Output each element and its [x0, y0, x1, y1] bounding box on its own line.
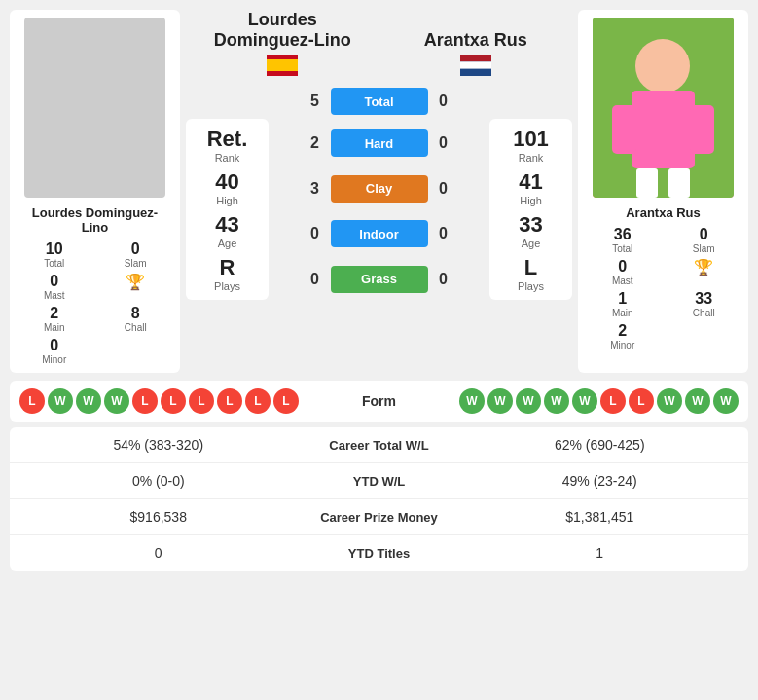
career-stat-right-1: 49% (23-24)	[467, 473, 734, 489]
right-player-name-center: Arantxa Rus	[424, 30, 527, 51]
panels-area: Ret. Rank 40 High 43 Age R Plays	[186, 119, 572, 300]
career-stat-left-3: 0	[25, 545, 292, 561]
spain-flag-icon	[267, 55, 298, 76]
right-high-stat: 41 High	[497, 169, 564, 206]
form-section: LWWWLLLLLL Form WWWWWLLWWW	[10, 381, 748, 422]
form-badge-left: L	[189, 388, 214, 414]
surface-grass-badge: Grass	[331, 266, 428, 293]
right-stat-total: 36 Total	[586, 226, 660, 254]
career-stat-right-0: 62% (690-425)	[467, 437, 734, 453]
left-high-stat: 40 High	[194, 169, 261, 206]
score-row-indoor: 0 Indoor 0	[272, 220, 486, 247]
svg-rect-8	[612, 105, 636, 154]
surface-scores: 2 Hard 0 3 Clay 0 0	[272, 119, 486, 300]
career-stat-row: 0% (0-0) YTD W/L 49% (23-24)	[10, 463, 748, 499]
right-flag	[460, 55, 491, 80]
svg-point-6	[635, 39, 690, 93]
trophy-icon-left: 🏆	[126, 273, 145, 291]
score-row-hard: 2 Hard 0	[272, 129, 486, 157]
form-badge-left: L	[132, 388, 158, 414]
left-stat-panel: Ret. Rank 40 High 43 Age R Plays	[186, 119, 269, 300]
career-stat-left-0: 54% (383-320)	[25, 437, 292, 453]
trophy-icon-right: 🏆	[694, 258, 713, 276]
form-badge-right: W	[459, 388, 485, 414]
score-row-total: 5 Total 0	[186, 88, 572, 115]
form-badge-right: W	[572, 388, 597, 414]
right-stat-minor: 2 Minor	[586, 322, 660, 350]
right-player-name: Arantxa Rus	[626, 205, 701, 220]
score-row-clay: 3 Clay 0	[272, 175, 486, 203]
left-stat-minor: 0 Minor	[18, 337, 91, 365]
left-stat-mast: 0 Mast	[18, 273, 91, 301]
right-stat-trophy: 🏆	[668, 258, 741, 286]
svg-rect-1	[267, 59, 298, 71]
left-form-badges: LWWWLLLLLL	[19, 388, 331, 414]
form-badge-left: W	[76, 388, 101, 414]
left-age-stat: 43 Age	[194, 212, 261, 249]
career-stat-label-1: YTD W/L	[292, 474, 467, 489]
surface-hard-badge: Hard	[331, 129, 428, 157]
left-stat-slam: 0 Slam	[99, 240, 173, 269]
right-plays-stat: L Plays	[497, 255, 564, 292]
surface-clay-badge: Clay	[331, 175, 428, 203]
right-stat-main: 1 Main	[586, 290, 660, 318]
form-label: Form	[331, 393, 428, 409]
right-player-photo	[593, 18, 734, 198]
form-badge-left: L	[217, 388, 242, 414]
svg-rect-10	[636, 168, 658, 198]
right-stat-mast: 0 Mast	[586, 258, 660, 286]
form-badge-right: W	[685, 388, 710, 414]
left-player-name: Lourdes Dominguez- Lino	[18, 205, 172, 235]
center-section: LourdesDominguez-Lino Arantxa Rus	[186, 10, 572, 373]
svg-rect-11	[668, 168, 690, 198]
svg-rect-7	[632, 91, 695, 168]
form-badge-left: L	[245, 388, 271, 414]
career-stat-label-2: Career Prize Money	[292, 510, 467, 525]
form-badge-right: L	[600, 388, 626, 414]
career-stat-row: 0 YTD Titles 1	[10, 535, 748, 571]
svg-rect-9	[690, 105, 714, 154]
left-plays-stat: R Plays	[194, 255, 261, 292]
right-player-stats: 36 Total 0 Slam 0 Mast 🏆 1 Main	[586, 226, 740, 350]
career-stats-table: 54% (383-320) Career Total W/L 62% (690-…	[10, 427, 748, 571]
career-stat-left-1: 0% (0-0)	[25, 473, 292, 489]
right-age-stat: 33 Age	[497, 212, 564, 249]
right-form-badges: WWWWWLLWWW	[428, 388, 740, 414]
right-stat-panel: 101 Rank 41 High 33 Age L Plays	[489, 119, 572, 300]
career-stat-right-2: $1,381,451	[467, 509, 734, 525]
form-badge-right: W	[713, 388, 739, 414]
player-comparison-section: Lourdes Dominguez- Lino 10 Total 0 Slam …	[10, 10, 748, 373]
form-badge-right: W	[516, 388, 541, 414]
left-name-block: LourdesDominguez-Lino	[186, 10, 379, 80]
left-stat-total: 10 Total	[18, 240, 91, 269]
score-row-grass: 0 Grass 0	[272, 266, 486, 293]
form-badge-left: W	[48, 388, 73, 414]
form-badge-left: L	[273, 388, 299, 414]
svg-rect-3	[460, 55, 491, 61]
form-badge-right: W	[657, 388, 682, 414]
right-rank-stat: 101 Rank	[497, 127, 564, 164]
right-player-card: Arantxa Rus 36 Total 0 Slam 0 Mast 🏆	[578, 10, 748, 373]
right-stat-slam: 0 Slam	[668, 226, 741, 254]
scores-section: 5 Total 0	[186, 88, 572, 115]
left-stat-chall: 8 Chall	[99, 305, 173, 333]
surface-total-badge: Total	[331, 88, 428, 115]
left-flag	[267, 55, 298, 80]
left-stat-trophy: 🏆	[99, 273, 173, 301]
form-badge-left: L	[19, 388, 45, 414]
left-player-stats: 10 Total 0 Slam 0 Mast 🏆 2 Main	[18, 240, 172, 365]
career-stat-left-2: $916,538	[25, 509, 292, 525]
career-stat-row: 54% (383-320) Career Total W/L 62% (690-…	[10, 427, 748, 463]
right-player-photo-svg	[593, 18, 734, 198]
left-player-photo	[24, 18, 165, 198]
form-badge-left: L	[161, 388, 186, 414]
right-name-block: Arantxa Rus	[379, 30, 573, 80]
left-player-card: Lourdes Dominguez- Lino 10 Total 0 Slam …	[10, 10, 180, 373]
netherlands-flag-icon	[460, 55, 491, 76]
svg-rect-4	[460, 61, 491, 68]
main-container: Lourdes Dominguez- Lino 10 Total 0 Slam …	[0, 0, 758, 580]
career-stat-label-3: YTD Titles	[292, 546, 467, 561]
form-badge-right: W	[544, 388, 569, 414]
left-rank-stat: Ret. Rank	[194, 127, 261, 164]
surface-indoor-badge: Indoor	[331, 220, 428, 247]
